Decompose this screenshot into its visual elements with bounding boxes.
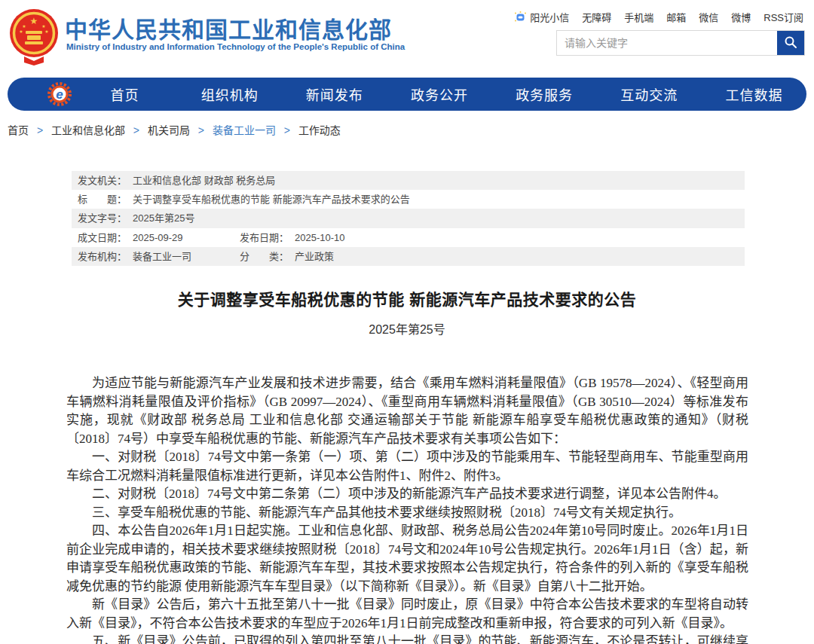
document-title: 关于调整享受车船税优惠的节能 新能源汽车产品技术要求的公告	[0, 287, 814, 310]
meta-value-2: 2025-10-10	[295, 228, 345, 247]
mascot-robot-icon	[514, 11, 527, 23]
nav-item[interactable]: 组织机构	[177, 84, 282, 104]
breadcrumb-link[interactable]: 首页	[8, 124, 29, 136]
breadcrumb-link[interactable]: 工作动态	[298, 124, 341, 136]
meta-value: 关于调整享受车船税优惠的节能 新能源汽车产品技术要求的公告	[133, 190, 410, 209]
site-title: 中华人民共和国工业和信息化部	[65, 11, 392, 44]
meta-label: 成文日期：	[78, 228, 127, 247]
document-body: 为适应节能与新能源汽车产业发展和技术进步需要，结合《乘用车燃料消耗量限值》（GB…	[66, 374, 748, 644]
breadcrumb-item: 首页 >	[8, 124, 51, 136]
utility-link[interactable]: 微博	[731, 10, 751, 24]
document-paragraph: 四、本公告自2026年1月1日起实施。工业和信息化部、财政部、税务总局公告202…	[66, 522, 748, 596]
breadcrumb-separator: >	[284, 124, 290, 136]
meta-row: 标 题： 关于调整享受车船税优惠的节能 新能源汽车产品技术要求的公告	[72, 190, 745, 209]
nav-item[interactable]: 政务公开	[387, 84, 491, 104]
site-header: ★ ★ ★ ★ ★ 中华人民共和国工业和信息化部 Ministry of Ind…	[0, 0, 814, 75]
nav-item[interactable]: 政务服务	[492, 84, 597, 104]
document-paragraph: 二、对财税〔2018〕74号文中第二条第（二）项中涉及的新能源汽车产品技术要求进…	[66, 485, 748, 504]
breadcrumb-separator: >	[37, 124, 43, 136]
breadcrumb: 首页 > 工业和信息化部 > 机关司局 > 装备工业一司 > 工作动态	[8, 122, 351, 137]
meta-label: 标 题：	[78, 190, 127, 209]
search-icon	[784, 35, 797, 51]
main-nav: e 首页 组织机构 新闻发布 政务公开 政务服务 互动交流 工信数据	[8, 78, 806, 111]
meta-row: 发文机关： 工业和信息化部 财政部 税务总局	[72, 171, 745, 190]
svg-text:★: ★	[44, 29, 48, 34]
search-bar	[556, 30, 805, 56]
national-emblem-icon: ★ ★ ★ ★ ★	[9, 8, 59, 66]
breadcrumb-item: 工业和信息化部 >	[51, 124, 148, 136]
nav-item[interactable]: 互动交流	[597, 84, 702, 104]
document-number: 2025年第25号	[0, 319, 814, 337]
nav-items: 首页 组织机构 新闻发布 政务公开 政务服务 互动交流 工信数据	[72, 84, 806, 104]
svg-text:★: ★	[22, 24, 26, 29]
miit-gear-logo-icon: e	[47, 81, 72, 107]
meta-row: 发布机构： 装备工业一司 分 类： 产业政策	[72, 247, 745, 266]
search-input[interactable]	[557, 31, 777, 55]
document-meta-table: 发文机关： 工业和信息化部 财政部 税务总局 标 题： 关于调整享受车船税优惠的…	[72, 171, 745, 266]
meta-row: 成文日期： 2025-09-29 发布日期： 2025-10-10	[72, 228, 745, 247]
meta-label-2: 分 类：	[240, 247, 289, 266]
svg-text:★: ★	[30, 16, 38, 26]
meta-row: 发文字号： 2025年第25号	[72, 209, 745, 227]
document-paragraph: 一、对财税〔2018〕74号文中第一条第（一）项、第（二）项中涉及的节能乘用车、…	[66, 448, 748, 485]
svg-text:★: ★	[19, 29, 23, 34]
meta-value: 工业和信息化部 财政部 税务总局	[133, 171, 275, 190]
breadcrumb-link[interactable]: 机关司局	[148, 124, 190, 136]
breadcrumb-separator: >	[198, 124, 204, 136]
breadcrumb-separator: >	[133, 124, 139, 136]
document-paragraph: 三、享受车船税优惠的节能、新能源汽车产品其他技术要求继续按照财税〔2018〕74…	[66, 504, 748, 523]
breadcrumb-link[interactable]: 工业和信息化部	[51, 124, 125, 136]
utility-links: 阳光小信 无障碍	[514, 10, 803, 24]
meta-value: 2025年第25号	[133, 209, 194, 227]
breadcrumb-item: 装备工业一司 >	[213, 124, 298, 136]
meta-label: 发文字号：	[78, 209, 127, 227]
utility-link[interactable]: 手机端	[624, 10, 653, 24]
svg-text:★: ★	[41, 24, 45, 29]
meta-value: 2025-09-29	[133, 228, 240, 247]
meta-label-2: 发布日期：	[240, 228, 289, 247]
meta-value-2: 产业政策	[295, 247, 334, 266]
nav-item[interactable]: 首页	[72, 84, 177, 104]
site-subtitle-en: Ministry of Industry and Information Tec…	[66, 42, 405, 51]
breadcrumb-item: 工作动态	[298, 124, 351, 136]
meta-label: 发文机关：	[78, 171, 127, 190]
breadcrumb-link[interactable]: 装备工业一司	[213, 124, 276, 136]
svg-text:e: e	[56, 87, 63, 102]
document-paragraph: 五、新《目录》公告前，已取得的列入第四批至第八十一批《目录》的节能、新能源汽车，…	[66, 633, 748, 644]
meta-label: 发布机构：	[78, 247, 127, 266]
nav-item[interactable]: 工信数据	[702, 84, 806, 104]
utility-link[interactable]: 无障碍	[582, 10, 611, 24]
breadcrumb-item: 机关司局 >	[148, 124, 213, 136]
meta-value: 装备工业一司	[133, 247, 240, 266]
nav-item[interactable]: 新闻发布	[282, 84, 387, 104]
document-paragraph: 为适应节能与新能源汽车产业发展和技术进步需要，结合《乘用车燃料消耗量限值》（GB…	[66, 374, 748, 448]
utility-link[interactable]: 微信	[699, 10, 718, 24]
search-button[interactable]	[777, 31, 804, 55]
document-paragraph: 新《目录》公告后，第六十五批至第八十一批《目录》同时废止，原《目录》中符合本公告…	[66, 596, 748, 633]
utility-link[interactable]: 邮箱	[666, 10, 686, 24]
utility-link[interactable]: RSS订阅	[764, 10, 803, 24]
utility-link[interactable]: 阳光小信	[514, 10, 569, 24]
